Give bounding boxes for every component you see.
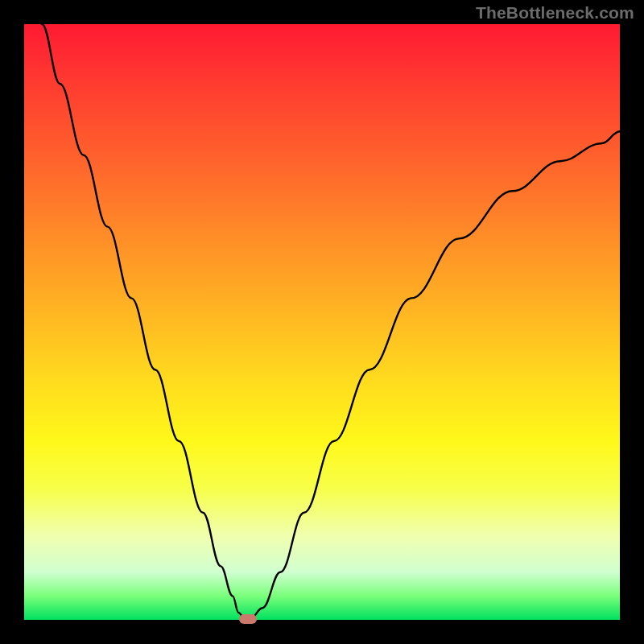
curve-svg (24, 24, 620, 620)
watermark-text: TheBottleneck.com (476, 3, 634, 23)
bottleneck-curve (42, 24, 620, 619)
plot-area (24, 24, 620, 620)
optimal-marker (239, 614, 257, 624)
chart-container: TheBottleneck.com (0, 0, 644, 644)
